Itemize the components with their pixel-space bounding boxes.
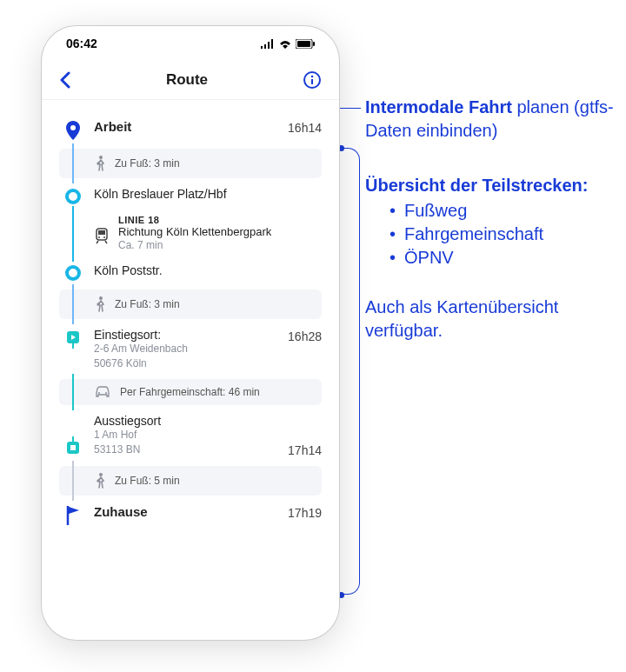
- segment-line: [72, 461, 74, 501]
- pickup-time: 16h28: [288, 328, 322, 343]
- page-title: Route: [166, 71, 208, 89]
- svg-point-10: [70, 125, 76, 130]
- divider: [42, 99, 339, 100]
- segment-line: [72, 143, 74, 183]
- svg-point-15: [98, 236, 100, 238]
- route-dropoff[interactable]: Ausstiegsort 1 Am Hof 53113 BN 17h14: [42, 410, 339, 461]
- annotations: Intermodale Fahrt planen (gtfs-Daten ein…: [365, 96, 617, 343]
- svg-rect-2: [268, 42, 270, 49]
- svg-point-24: [99, 473, 103, 476]
- pin-start-icon: [65, 121, 81, 140]
- segment-line: [72, 284, 74, 324]
- svg-rect-14: [98, 230, 105, 235]
- svg-point-16: [103, 236, 105, 238]
- segment-walk-3: Zu Fuß: 5 min: [59, 466, 322, 496]
- transit-stop-icon: [65, 265, 81, 281]
- segment-line: [72, 374, 74, 410]
- start-label: Arbeit: [94, 119, 288, 134]
- flag-end-icon: [65, 506, 81, 525]
- svg-rect-6: [313, 42, 315, 46]
- annotation-2-bold: Übersicht der Teilstrecken:: [365, 176, 588, 195]
- dropoff-icon: [65, 436, 81, 456]
- route-end[interactable]: Zuhause 17h19: [42, 501, 339, 529]
- segment-ride: Per Fahrgemeinschaft: 46 min: [59, 379, 322, 405]
- svg-point-21: [105, 392, 107, 394]
- svg-point-11: [99, 156, 103, 159]
- end-time: 17h19: [288, 504, 322, 520]
- tram-icon: [94, 215, 110, 244]
- wifi-icon: [278, 39, 292, 49]
- transit-line: LINIE 18: [118, 215, 271, 225]
- end-label: Zuhause: [94, 504, 288, 519]
- pickup-addr2: 50676 Köln: [94, 356, 288, 371]
- signal-icon: [261, 39, 275, 49]
- stop2-label: Köln Poststr.: [94, 263, 322, 277]
- walk3-text: Zu Fuß: 5 min: [115, 475, 180, 487]
- navbar: Route: [42, 61, 339, 99]
- info-icon: [303, 70, 322, 90]
- walk2-text: Zu Fuß: 3 min: [115, 298, 180, 310]
- annotation-2: Übersicht der Teilstrecken: Fußweg Fahrg…: [365, 174, 617, 269]
- svg-rect-5: [297, 41, 310, 47]
- segment-walk-1: Zu Fuß: 3 min: [59, 149, 322, 178]
- info-button[interactable]: [303, 70, 322, 90]
- svg-rect-1: [264, 44, 266, 49]
- transit-direction: Richtung Köln Klettenbergpark: [118, 225, 271, 238]
- route-stop-2[interactable]: Köln Poststr.: [42, 260, 339, 284]
- route-stop-1[interactable]: Köln Breslauer Platz/Hbf: [42, 183, 339, 208]
- annotation-1: Intermodale Fahrt planen (gtfs-Daten ein…: [365, 96, 617, 143]
- transit-duration: Ca. 7 min: [118, 238, 271, 253]
- segment-walk-2: Zu Fuß: 3 min: [59, 289, 322, 319]
- annotation-1-bold: Intermodale Fahrt: [365, 97, 512, 116]
- pickup-label: Einstiegsort:: [94, 328, 288, 342]
- route-content: Arbeit 16h14 Zu Fuß: 3 min Köln Breslaue…: [42, 107, 339, 546]
- transit-stop-icon: [65, 189, 81, 204]
- route-pickup[interactable]: Einstiegsort: 2-6 Am Weidenbach 50676 Kö…: [42, 324, 339, 375]
- status-bar: 06:42: [42, 26, 339, 61]
- dropoff-time: 17h14: [288, 442, 322, 457]
- chevron-left-icon: [59, 71, 71, 89]
- dropoff-addr2: 53113 BN: [94, 442, 288, 457]
- route-start[interactable]: Arbeit 16h14: [42, 116, 339, 143]
- list-item: Fußweg: [390, 199, 617, 223]
- list-item: ÖPNV: [390, 246, 617, 269]
- walk-icon: [94, 473, 106, 489]
- ride-text: Per Fahrgemeinschaft: 46 min: [120, 386, 260, 398]
- callout-dot-2: [338, 145, 344, 151]
- stop1-label: Köln Breslauer Platz/Hbf: [94, 187, 322, 201]
- list-item: Fahrgemeinschaft: [390, 223, 617, 246]
- svg-point-8: [311, 76, 314, 78]
- annotation-3: Auch als Karten­übersicht verfügbar.: [365, 296, 617, 343]
- pickup-addr1: 2-6 Am Weidenbach: [94, 342, 288, 356]
- annotation-2-list: Fußweg Fahrgemeinschaft ÖPNV: [365, 199, 617, 269]
- walk-icon: [94, 156, 106, 171]
- start-time: 16h14: [288, 119, 322, 135]
- phone-frame: 06:42 Route Arbeit 16h14: [42, 26, 339, 640]
- dropoff-label: Ausstiegsort: [94, 414, 288, 428]
- status-time: 06:42: [66, 37, 97, 50]
- car-icon: [94, 386, 111, 398]
- callout-bracket: [341, 148, 360, 595]
- svg-point-18: [99, 296, 103, 300]
- svg-rect-0: [261, 46, 263, 49]
- segment-transit: LINIE 18 Richtung Köln Klettenbergpark C…: [59, 211, 322, 256]
- status-indicators: [261, 39, 315, 49]
- dropoff-addr1: 1 Am Hof: [94, 428, 288, 442]
- segment-line: [72, 206, 74, 262]
- callout-dot-3: [338, 592, 344, 598]
- svg-rect-23: [70, 445, 76, 450]
- svg-rect-3: [271, 39, 273, 49]
- back-button[interactable]: [59, 71, 71, 89]
- svg-point-17: [67, 267, 79, 279]
- svg-point-12: [67, 190, 79, 203]
- walk1-text: Zu Fuß: 3 min: [115, 157, 180, 170]
- walk-icon: [94, 296, 106, 312]
- svg-point-20: [98, 392, 100, 394]
- svg-rect-9: [311, 79, 313, 84]
- battery-icon: [296, 39, 315, 49]
- pickup-icon: [65, 329, 81, 349]
